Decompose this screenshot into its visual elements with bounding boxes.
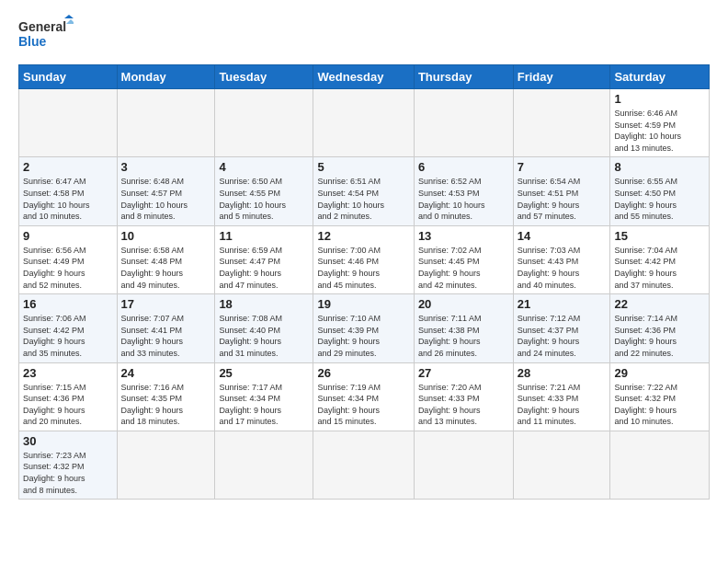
day-info: Sunrise: 7:10 AM Sunset: 4:39 PM Dayligh… — [317, 313, 409, 359]
day-number: 2 — [23, 160, 113, 174]
calendar-cell: 25Sunrise: 7:17 AM Sunset: 4:34 PM Dayli… — [215, 362, 313, 431]
day-number: 28 — [518, 366, 607, 380]
weekday-header-wednesday: Wednesday — [313, 65, 414, 89]
calendar-cell: 29Sunrise: 7:22 AM Sunset: 4:32 PM Dayli… — [610, 362, 710, 431]
calendar-cell — [513, 431, 610, 499]
day-number: 12 — [317, 229, 409, 243]
calendar-table: SundayMondayTuesdayWednesdayThursdayFrid… — [18, 64, 710, 500]
day-info: Sunrise: 7:15 AM Sunset: 4:36 PM Dayligh… — [23, 382, 113, 428]
calendar-cell: 11Sunrise: 6:59 AM Sunset: 4:47 PM Dayli… — [215, 225, 313, 293]
day-info: Sunrise: 7:17 AM Sunset: 4:34 PM Dayligh… — [219, 382, 309, 428]
day-number: 13 — [418, 229, 509, 243]
day-number: 24 — [121, 366, 211, 380]
calendar-cell: 26Sunrise: 7:19 AM Sunset: 4:34 PM Dayli… — [313, 362, 414, 431]
day-info: Sunrise: 6:54 AM Sunset: 4:51 PM Dayligh… — [518, 176, 607, 222]
calendar-cell: 4Sunrise: 6:50 AM Sunset: 4:55 PM Daylig… — [215, 157, 313, 225]
day-number: 21 — [518, 297, 607, 311]
day-number: 9 — [23, 229, 113, 243]
logo-svg: General Blue — [18, 15, 74, 55]
calendar-week-row: 9Sunrise: 6:56 AM Sunset: 4:49 PM Daylig… — [19, 225, 710, 293]
day-number: 3 — [121, 160, 211, 174]
day-info: Sunrise: 7:00 AM Sunset: 4:46 PM Dayligh… — [317, 245, 409, 291]
header: General Blue — [18, 15, 710, 55]
calendar-cell: 8Sunrise: 6:55 AM Sunset: 4:50 PM Daylig… — [610, 157, 710, 225]
calendar-cell: 22Sunrise: 7:14 AM Sunset: 4:36 PM Dayli… — [610, 294, 710, 362]
calendar-cell: 24Sunrise: 7:16 AM Sunset: 4:35 PM Dayli… — [117, 362, 215, 431]
svg-marker-2 — [64, 15, 74, 18]
day-number: 6 — [418, 160, 509, 174]
day-number: 23 — [23, 366, 113, 380]
svg-marker-3 — [66, 19, 74, 24]
calendar-cell — [215, 89, 313, 157]
calendar-week-row: 1Sunrise: 6:46 AM Sunset: 4:59 PM Daylig… — [19, 89, 710, 157]
page: General Blue SundayMondayTuesdayWednesda… — [0, 0, 728, 563]
day-info: Sunrise: 6:52 AM Sunset: 4:53 PM Dayligh… — [418, 176, 509, 222]
day-info: Sunrise: 6:46 AM Sunset: 4:59 PM Dayligh… — [614, 108, 705, 154]
day-info: Sunrise: 7:21 AM Sunset: 4:33 PM Dayligh… — [518, 382, 607, 428]
day-number: 7 — [518, 160, 607, 174]
calendar-cell: 7Sunrise: 6:54 AM Sunset: 4:51 PM Daylig… — [513, 157, 610, 225]
calendar-cell — [19, 89, 118, 157]
calendar-cell: 27Sunrise: 7:20 AM Sunset: 4:33 PM Dayli… — [414, 362, 513, 431]
day-info: Sunrise: 7:04 AM Sunset: 4:42 PM Dayligh… — [614, 245, 705, 291]
day-info: Sunrise: 7:23 AM Sunset: 4:32 PM Dayligh… — [23, 450, 113, 496]
calendar-week-row: 23Sunrise: 7:15 AM Sunset: 4:36 PM Dayli… — [19, 362, 710, 431]
day-info: Sunrise: 6:48 AM Sunset: 4:57 PM Dayligh… — [121, 176, 211, 222]
calendar-cell: 14Sunrise: 7:03 AM Sunset: 4:43 PM Dayli… — [513, 225, 610, 293]
day-info: Sunrise: 6:56 AM Sunset: 4:49 PM Dayligh… — [23, 245, 113, 291]
calendar-week-row: 30Sunrise: 7:23 AM Sunset: 4:32 PM Dayli… — [19, 431, 710, 499]
calendar-cell: 19Sunrise: 7:10 AM Sunset: 4:39 PM Dayli… — [313, 294, 414, 362]
calendar-cell: 23Sunrise: 7:15 AM Sunset: 4:36 PM Dayli… — [19, 362, 118, 431]
weekday-header-monday: Monday — [117, 65, 215, 89]
day-info: Sunrise: 7:06 AM Sunset: 4:42 PM Dayligh… — [23, 313, 113, 359]
calendar-cell — [414, 89, 513, 157]
day-number: 16 — [23, 297, 113, 311]
day-info: Sunrise: 7:16 AM Sunset: 4:35 PM Dayligh… — [121, 382, 211, 428]
calendar-cell: 30Sunrise: 7:23 AM Sunset: 4:32 PM Dayli… — [19, 431, 118, 499]
calendar-cell: 5Sunrise: 6:51 AM Sunset: 4:54 PM Daylig… — [313, 157, 414, 225]
calendar-cell: 17Sunrise: 7:07 AM Sunset: 4:41 PM Dayli… — [117, 294, 215, 362]
day-info: Sunrise: 6:55 AM Sunset: 4:50 PM Dayligh… — [614, 176, 705, 222]
calendar-cell — [513, 89, 610, 157]
calendar-cell — [313, 431, 414, 499]
day-number: 8 — [614, 160, 705, 174]
day-info: Sunrise: 7:22 AM Sunset: 4:32 PM Dayligh… — [614, 382, 705, 428]
day-number: 30 — [23, 434, 113, 448]
day-number: 1 — [614, 92, 705, 106]
svg-text:Blue: Blue — [18, 34, 47, 49]
day-number: 18 — [219, 297, 309, 311]
day-number: 29 — [614, 366, 705, 380]
calendar-cell — [414, 431, 513, 499]
day-info: Sunrise: 7:08 AM Sunset: 4:40 PM Dayligh… — [219, 313, 309, 359]
day-number: 5 — [317, 160, 409, 174]
weekday-header-saturday: Saturday — [610, 65, 710, 89]
day-number: 17 — [121, 297, 211, 311]
calendar-cell: 2Sunrise: 6:47 AM Sunset: 4:58 PM Daylig… — [19, 157, 118, 225]
day-info: Sunrise: 7:12 AM Sunset: 4:37 PM Dayligh… — [518, 313, 607, 359]
day-info: Sunrise: 7:11 AM Sunset: 4:38 PM Dayligh… — [418, 313, 509, 359]
calendar-cell: 18Sunrise: 7:08 AM Sunset: 4:40 PM Dayli… — [215, 294, 313, 362]
calendar-cell: 6Sunrise: 6:52 AM Sunset: 4:53 PM Daylig… — [414, 157, 513, 225]
calendar-cell: 13Sunrise: 7:02 AM Sunset: 4:45 PM Dayli… — [414, 225, 513, 293]
calendar-cell: 16Sunrise: 7:06 AM Sunset: 4:42 PM Dayli… — [19, 294, 118, 362]
day-info: Sunrise: 7:03 AM Sunset: 4:43 PM Dayligh… — [518, 245, 607, 291]
calendar-cell: 1Sunrise: 6:46 AM Sunset: 4:59 PM Daylig… — [610, 89, 710, 157]
calendar-cell: 21Sunrise: 7:12 AM Sunset: 4:37 PM Dayli… — [513, 294, 610, 362]
calendar-cell — [117, 89, 215, 157]
calendar-week-row: 2Sunrise: 6:47 AM Sunset: 4:58 PM Daylig… — [19, 157, 710, 225]
weekday-header-row: SundayMondayTuesdayWednesdayThursdayFrid… — [19, 65, 710, 89]
calendar-cell: 3Sunrise: 6:48 AM Sunset: 4:57 PM Daylig… — [117, 157, 215, 225]
weekday-header-sunday: Sunday — [19, 65, 118, 89]
calendar-cell: 10Sunrise: 6:58 AM Sunset: 4:48 PM Dayli… — [117, 225, 215, 293]
day-number: 15 — [614, 229, 705, 243]
day-number: 22 — [614, 297, 705, 311]
day-info: Sunrise: 6:47 AM Sunset: 4:58 PM Dayligh… — [23, 176, 113, 222]
day-info: Sunrise: 6:58 AM Sunset: 4:48 PM Dayligh… — [121, 245, 211, 291]
logo: General Blue — [18, 15, 74, 55]
day-info: Sunrise: 7:19 AM Sunset: 4:34 PM Dayligh… — [317, 382, 409, 428]
day-info: Sunrise: 7:02 AM Sunset: 4:45 PM Dayligh… — [418, 245, 509, 291]
day-info: Sunrise: 7:20 AM Sunset: 4:33 PM Dayligh… — [418, 382, 509, 428]
day-info: Sunrise: 6:59 AM Sunset: 4:47 PM Dayligh… — [219, 245, 309, 291]
day-info: Sunrise: 7:14 AM Sunset: 4:36 PM Dayligh… — [614, 313, 705, 359]
svg-text:General: General — [18, 19, 66, 34]
